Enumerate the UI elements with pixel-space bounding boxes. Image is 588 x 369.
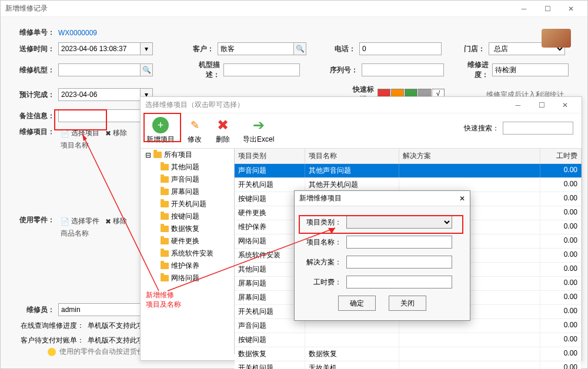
- remove-part-button[interactable]: ✖移除: [105, 216, 127, 226]
- dlg-label-name: 项目名称：: [304, 237, 346, 247]
- main-titlebar: 新增维修记录 ─ ☐ ✕: [1, 1, 587, 17]
- input-send-time[interactable]: [58, 42, 141, 55]
- tree-item[interactable]: 开关机问题: [141, 198, 234, 210]
- dlg-input-name[interactable]: [346, 236, 452, 249]
- add-item-dialog: 新增维修项目 ✕ 项目类别： 项目名称： 解决方案： 工时费： 确定 关闭: [294, 190, 470, 321]
- select-item-button[interactable]: 📄选择项目: [61, 128, 99, 138]
- label-progress: 维修进度：: [457, 60, 492, 80]
- part-name-label: 商品名称: [58, 227, 141, 240]
- label-expected: 预计完成：: [17, 90, 58, 100]
- table-row[interactable]: 数据恢复数据恢复0.00: [235, 347, 582, 361]
- label-repairer: 维修员：: [17, 305, 58, 315]
- col-fee[interactable]: 工时费: [540, 149, 582, 163]
- x-icon: ✖: [215, 117, 231, 133]
- arrow-right-icon: ➔: [250, 117, 267, 133]
- label-use-parts: 使用零件：: [17, 215, 58, 225]
- select-min-button[interactable]: ─: [506, 97, 530, 113]
- bulb-icon: [48, 348, 56, 356]
- plus-icon: +: [152, 117, 169, 133]
- label-serial: 序列号：: [329, 65, 362, 75]
- tree-root[interactable]: 所有项目: [164, 150, 192, 160]
- search-row: 快速搜索：: [464, 122, 573, 135]
- select-titlebar: 选择维修项目（双击即可选择） ─ ☐ ✕: [141, 97, 582, 113]
- tree-item[interactable]: 数据恢复: [141, 223, 234, 235]
- input-model-desc[interactable]: [223, 63, 300, 76]
- tree-item[interactable]: 系统软件安装: [141, 247, 234, 260]
- label-repair-items: 维修项目：: [17, 127, 58, 137]
- tool-edit[interactable]: ✎ 修改: [186, 117, 203, 145]
- close-button[interactable]: ✕: [559, 1, 583, 17]
- label-customer: 客户：: [188, 44, 218, 54]
- label-note: 备注信息：: [17, 111, 58, 121]
- dialog-titlebar: 新增维修项目 ✕: [295, 191, 470, 206]
- tree-item[interactable]: 声音问题: [141, 173, 234, 186]
- tree-item[interactable]: 屏幕问题: [141, 186, 234, 198]
- input-expected[interactable]: [58, 88, 141, 101]
- dialog-title: 新增维修项目: [299, 193, 459, 203]
- table-row[interactable]: 按键问题0.00: [235, 333, 582, 347]
- maximize-button[interactable]: ☐: [536, 1, 559, 17]
- input-note[interactable]: [58, 109, 141, 122]
- label-model-desc: 机型描述：: [188, 60, 223, 80]
- dlg-input-fee[interactable]: [346, 276, 452, 289]
- select-title: 选择维修项目（双击即可选择）: [145, 100, 506, 110]
- input-phone[interactable]: [359, 42, 442, 55]
- label-order-no: 维修单号：: [17, 28, 58, 38]
- tree-item[interactable]: 维护保养: [141, 260, 234, 272]
- tree-item[interactable]: 其他问题: [141, 161, 234, 173]
- select-max-button[interactable]: ☐: [530, 97, 553, 113]
- tree-item[interactable]: 网络问题: [141, 272, 234, 284]
- input-customer[interactable]: [218, 42, 294, 55]
- label-model: 维修机型：: [17, 65, 58, 75]
- table-row[interactable]: 声音问题0.00: [235, 319, 582, 333]
- table-row[interactable]: 开关机问题无故关机0.00: [235, 361, 582, 369]
- hint-row: 使用的零件会自动按进货价: [48, 347, 144, 357]
- input-progress[interactable]: [492, 63, 569, 76]
- label-send-time: 送修时间：: [17, 44, 58, 54]
- dlg-label-fee: 工时费：: [304, 277, 346, 287]
- value-customer-pay: 单机版不支持此项: [88, 336, 144, 345]
- tool-export[interactable]: ➔ 导出Excel: [243, 117, 274, 145]
- search-input[interactable]: [503, 122, 573, 135]
- tree-collapse-icon[interactable]: ⊟: [145, 151, 151, 159]
- folder-icon: [153, 152, 162, 158]
- table-row[interactable]: 声音问题其他声音问题0.00: [235, 164, 582, 178]
- remove-item-button[interactable]: ✖移除: [105, 128, 127, 138]
- tree-item[interactable]: 按键问题: [141, 210, 234, 223]
- dlg-label-solution: 解决方案：: [304, 257, 346, 267]
- minimize-button[interactable]: ─: [512, 1, 536, 17]
- tool-delete[interactable]: ✖ 删除: [215, 117, 231, 145]
- pencil-icon: ✎: [186, 117, 203, 133]
- col-name[interactable]: 项目名称: [305, 149, 399, 163]
- input-model[interactable]: [58, 63, 141, 76]
- label-customer-pay: 客户待支付对账单：: [17, 336, 88, 345]
- label-phone: 电话：: [330, 44, 359, 54]
- value-online-query: 单机版不支持此项: [88, 321, 144, 331]
- category-tree[interactable]: ⊟所有项目 其他问题声音问题屏幕问题开关机问题按键问题数据恢复硬件更换系统软件安…: [141, 149, 235, 354]
- select-close-button[interactable]: ✕: [553, 97, 577, 113]
- search-model-icon[interactable]: 🔍: [140, 63, 153, 76]
- calendar-icon[interactable]: ▾: [140, 42, 153, 55]
- value-order-no: WX0000009: [58, 29, 97, 37]
- input-serial[interactable]: [362, 63, 444, 76]
- dlg-label-category: 项目类别：: [304, 217, 346, 227]
- dialog-close-icon[interactable]: ✕: [459, 194, 465, 203]
- label-online-query: 在线查询维修进度：: [17, 321, 88, 331]
- col-category[interactable]: 项目类别: [235, 149, 305, 163]
- search-customer-icon[interactable]: 🔍: [293, 42, 306, 55]
- tool-add[interactable]: + 新增项目: [146, 117, 175, 145]
- tree-item[interactable]: 硬件更换: [141, 235, 234, 247]
- label-store: 门店：: [459, 44, 489, 54]
- item-name-label: 项目名称: [58, 139, 141, 152]
- select-part-button[interactable]: 📄选择零件: [61, 216, 99, 226]
- dlg-select-category[interactable]: [346, 216, 452, 229]
- input-repairer[interactable]: [58, 303, 141, 316]
- search-label: 快速搜索：: [464, 123, 499, 133]
- dlg-ok-button[interactable]: 确定: [338, 296, 376, 311]
- toolbox-icon: [542, 29, 571, 48]
- main-title: 新增维修记录: [5, 4, 512, 14]
- dlg-input-solution[interactable]: [346, 256, 452, 269]
- dlg-close-button[interactable]: 关闭: [389, 296, 426, 311]
- col-solution[interactable]: 解决方案: [399, 149, 540, 163]
